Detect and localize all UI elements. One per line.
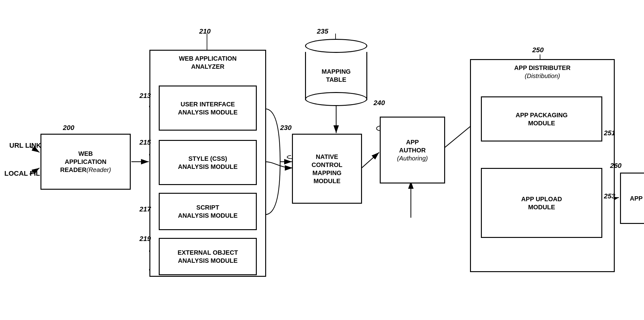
script-analysis-module-box: SCRIPTANALYSIS MODULE <box>159 193 257 230</box>
diagram-container: URL LINK LOCAL FILE WEBAPPLICATIONREADER… <box>0 0 644 320</box>
ref-235: 235 <box>317 27 328 35</box>
app-market-box: APP MARKET <box>620 173 644 224</box>
ref-250: 250 <box>532 46 544 54</box>
ui-analysis-module-box: USER INTERFACEANALYSIS MODULE <box>159 86 257 131</box>
ref-215: 215 <box>139 138 151 146</box>
ref-200: 200 <box>63 124 74 132</box>
mapping-table-label: MAPPINGTABLE <box>322 67 350 84</box>
app-author-label: APPAUTHOR(Authoring) <box>397 138 428 162</box>
app-upload-module-box: APP UPLOADMODULE <box>481 168 602 238</box>
app-author-box: APPAUTHOR(Authoring) <box>380 117 445 183</box>
external-object-module-label: EXTERNAL OBJECTANALYSIS MODULE <box>177 248 238 265</box>
ref-253: 253 <box>604 192 615 200</box>
app-upload-module-label: APP UPLOADMODULE <box>521 195 562 211</box>
app-distributer-box: APP DISTRIBUTER(Distribution) <box>470 59 615 272</box>
ref-217: 217 <box>139 205 151 213</box>
web-app-reader-box: WEBAPPLICATIONREADER(Reader) <box>40 134 131 190</box>
ref-240: 240 <box>374 99 385 107</box>
app-packaging-module-box: APP PACKAGINGMODULE <box>481 96 602 141</box>
script-analysis-module-label: SCRIPTANALYSIS MODULE <box>178 203 238 220</box>
web-app-reader-label: WEBAPPLICATIONREADER(Reader) <box>60 150 111 174</box>
external-object-module-box: EXTERNAL OBJECTANALYSIS MODULE <box>159 238 257 275</box>
ref-251: 251 <box>604 129 615 137</box>
svg-line-6 <box>362 152 379 168</box>
native-control-mapping-box: NATIVECONTROLMAPPINGMODULE <box>292 134 362 204</box>
ref-210: 210 <box>199 27 211 35</box>
web-app-analyzer-label: WEB APPLICATIONANALYZER <box>150 54 265 71</box>
style-analysis-module-label: STYLE (CSS)ANALYSIS MODULE <box>178 155 238 171</box>
ref-213: 213 <box>139 92 151 100</box>
app-market-label: APP MARKET <box>630 194 644 202</box>
app-packaging-module-label: APP PACKAGINGMODULE <box>515 111 567 127</box>
ref-219: 219 <box>139 235 151 243</box>
app-distributer-label: APP DISTRIBUTER(Distribution) <box>471 64 614 80</box>
ref-230: 230 <box>280 124 292 132</box>
url-link-label: URL LINK <box>9 141 41 150</box>
ui-analysis-module-label: USER INTERFACEANALYSIS MODULE <box>178 100 238 116</box>
style-analysis-module-box: STYLE (CSS)ANALYSIS MODULE <box>159 140 257 185</box>
local-file-label: LOCAL FILE <box>4 169 45 178</box>
ref-260: 260 <box>610 162 622 170</box>
mapping-table-container: MAPPINGTABLE <box>305 39 367 100</box>
native-control-mapping-label: NATIVECONTROLMAPPINGMODULE <box>312 153 342 185</box>
